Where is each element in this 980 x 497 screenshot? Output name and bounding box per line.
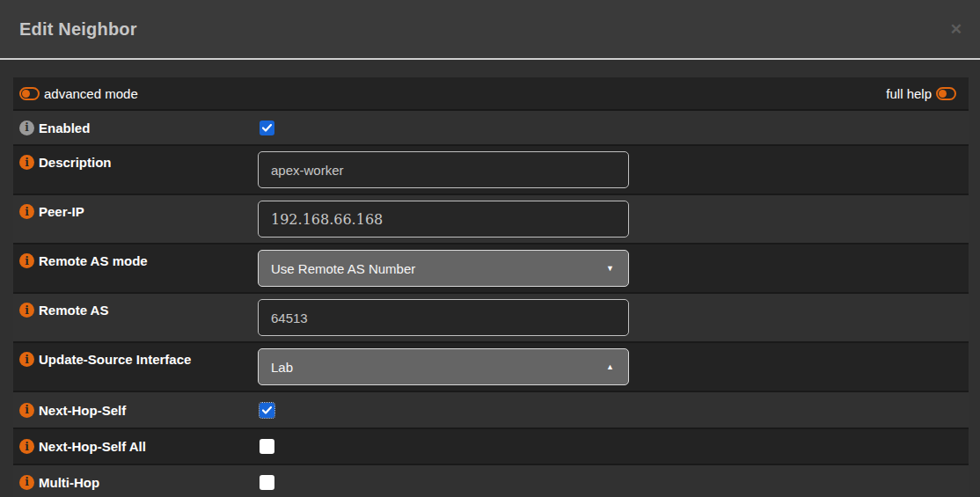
checkmark-icon: [262, 406, 272, 414]
table-row-next-hop-self-all: i Next-Hop-Self All: [13, 429, 969, 465]
table-row-description: i Description: [13, 146, 969, 195]
close-icon[interactable]: ✕: [947, 20, 966, 39]
info-icon[interactable]: i: [19, 403, 34, 418]
description-field[interactable]: [258, 151, 629, 188]
field-label-cell: i Description: [19, 146, 258, 170]
table-row-remote-as-mode: i Remote AS mode Use Remote AS Number ▼: [13, 245, 969, 294]
field-label: Remote AS: [39, 303, 108, 318]
next-hop-self-all-checkbox[interactable]: [260, 439, 274, 454]
field-label-cell: i Multi-Hop: [19, 475, 258, 490]
table-row-update-source-interface: i Update-Source Interface Lab ▲: [13, 343, 969, 392]
chevron-down-icon: ▼: [606, 265, 614, 273]
field-label: Update-Source Interface: [39, 352, 191, 367]
field-label: Peer-IP: [39, 204, 84, 219]
selected-option: Use Remote AS Number: [271, 261, 415, 276]
field-label: Multi-Hop: [39, 475, 99, 490]
peer-ip-field[interactable]: [258, 201, 629, 238]
help-toolbar-row: advanced mode full help: [13, 77, 969, 111]
table-row-next-hop-self: i Next-Hop-Self: [13, 392, 969, 429]
info-icon[interactable]: i: [19, 352, 34, 367]
neighbor-form: advanced mode full help i Enabled: [13, 77, 969, 497]
field-label-cell: i Next-Hop-Self All: [19, 439, 258, 454]
table-row-peer-ip: i Peer-IP: [13, 195, 969, 245]
field-label: Remote AS mode: [39, 253, 148, 268]
page-title: Edit Neighbor: [19, 19, 137, 40]
dialog-header: Edit Neighbor ✕: [0, 0, 980, 60]
dialog-body: advanced mode full help i Enabled: [0, 60, 980, 497]
field-label: Enabled: [39, 121, 90, 135]
field-label: Next-Hop-Self All: [39, 439, 146, 454]
next-hop-self-checkbox[interactable]: [260, 403, 274, 418]
full-help-control[interactable]: full help: [886, 86, 956, 101]
info-icon[interactable]: i: [19, 155, 34, 170]
info-icon[interactable]: i: [19, 204, 34, 219]
field-label-cell: i Update-Source Interface: [19, 343, 258, 367]
selected-option: Lab: [271, 360, 293, 375]
info-icon[interactable]: i: [19, 253, 34, 268]
info-icon[interactable]: i: [19, 475, 34, 490]
table-row-multi-hop: i Multi-Hop: [13, 465, 969, 497]
chevron-up-icon: ▲: [606, 363, 614, 371]
update-source-interface-select[interactable]: Lab ▲: [258, 348, 629, 385]
checkmark-icon: [262, 124, 272, 132]
remote-as-mode-select[interactable]: Use Remote AS Number ▼: [258, 250, 629, 287]
table-row-remote-as: i Remote AS: [13, 294, 969, 343]
full-help-toggle-icon[interactable]: [936, 87, 956, 100]
field-label: Description: [39, 155, 112, 170]
advanced-mode-toggle-icon[interactable]: [19, 87, 40, 100]
table-row-enabled: i Enabled: [13, 111, 969, 146]
info-icon[interactable]: i: [19, 121, 34, 135]
edit-neighbor-dialog: Edit Neighbor ✕ advanced mode full help …: [0, 0, 980, 497]
remote-as-field[interactable]: [258, 299, 629, 336]
full-help-label: full help: [886, 86, 932, 101]
field-label-cell: i Enabled: [19, 121, 258, 135]
advanced-mode-label: advanced mode: [44, 86, 138, 101]
field-label-cell: i Next-Hop-Self: [19, 403, 258, 418]
field-label-cell: i Peer-IP: [19, 195, 258, 219]
info-icon[interactable]: i: [19, 303, 34, 318]
multi-hop-checkbox[interactable]: [260, 475, 274, 490]
info-icon[interactable]: i: [19, 439, 34, 454]
field-label-cell: i Remote AS mode: [19, 245, 258, 268]
field-label: Next-Hop-Self: [39, 403, 126, 418]
advanced-mode-control[interactable]: advanced mode: [19, 86, 138, 101]
field-label-cell: i Remote AS: [19, 294, 258, 318]
enabled-checkbox[interactable]: [260, 121, 274, 135]
